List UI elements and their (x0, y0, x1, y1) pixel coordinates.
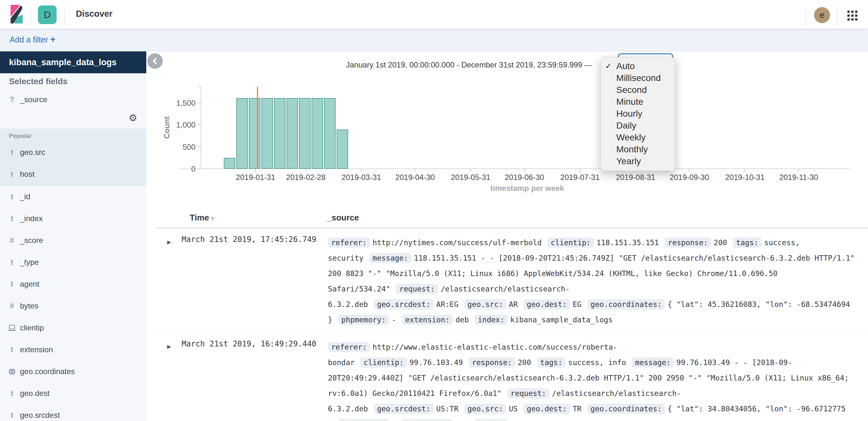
field-item-geo.dest[interactable]: tgeo.dest (0, 382, 146, 404)
kibana-logo-icon[interactable] (10, 5, 23, 25)
field-value: TR (572, 404, 582, 413)
field-value: US (509, 404, 518, 413)
x-tick-label: 2019-03-31 (334, 173, 389, 182)
popular-fields-section: Popular tgeo.srcthost (0, 129, 146, 186)
y-tick-mark (198, 102, 201, 103)
field-name-badge: clientip: (548, 237, 594, 248)
user-avatar[interactable]: e (814, 7, 830, 23)
field-item-_source[interactable]: ?_source (0, 90, 146, 109)
expand-row-icon[interactable]: ▸ (167, 238, 171, 246)
expand-row-icon[interactable]: ▸ (167, 343, 171, 350)
x-tick-mark (415, 169, 415, 172)
field-item-bytes[interactable]: #bytes (0, 295, 146, 317)
checkmark-icon: ✓ (605, 60, 612, 72)
field-item-geo.src[interactable]: tgeo.src (0, 141, 146, 163)
histogram-bar[interactable] (236, 98, 248, 169)
x-tick-label: 2019-11-30 (771, 173, 826, 182)
menu-item-auto[interactable]: ✓Auto (601, 60, 675, 72)
histogram-bar[interactable] (224, 158, 235, 169)
field-label: clientip (20, 323, 44, 332)
field-name-badge: message: (632, 357, 674, 368)
number-field-icon: # (6, 236, 18, 245)
histogram-bar[interactable] (337, 130, 348, 169)
menu-item-millisecond[interactable]: Millisecond (601, 72, 675, 84)
doc-table-header: Time▾ _source (157, 209, 868, 228)
field-name-badge: referer: (328, 237, 370, 248)
field-item-host[interactable]: thost (0, 163, 146, 185)
histogram-bar[interactable] (311, 98, 323, 169)
nav-divider (806, 8, 806, 26)
field-label: _source (20, 95, 47, 104)
histogram-bar[interactable] (324, 98, 336, 169)
y-axis-line (200, 86, 201, 169)
filter-bar: Add a filter + (0, 29, 868, 52)
field-label: _id (20, 192, 30, 201)
text-field-icon: t (6, 258, 18, 267)
menu-item-monthly[interactable]: Monthly (601, 143, 675, 155)
field-item-extension[interactable]: textension (0, 339, 146, 361)
field-name-badge: geo.srcdest: (374, 403, 434, 414)
field-name-badge: geo.coordinates: (587, 299, 665, 310)
menu-item-hourly[interactable]: Hourly (601, 108, 675, 120)
nav-divider (64, 8, 65, 26)
field-label: bytes (20, 301, 38, 311)
text-field-icon: t (6, 192, 18, 201)
field-value: success, info (568, 358, 626, 367)
y-axis-end-tick (198, 86, 201, 87)
menu-item-second[interactable]: Second (601, 84, 675, 96)
field-value: 200 (714, 238, 727, 247)
field-value: http://nytimes.com/success/ulf-merbold (373, 238, 542, 247)
field-item-clientip[interactable]: clientip (0, 317, 146, 339)
doc-source-cell: referer:http://nytimes.com/success/ulf-m… (328, 235, 858, 327)
field-item-_index[interactable]: t_index (0, 207, 146, 229)
x-tick-mark (580, 169, 580, 172)
menu-item-weekly[interactable]: Weekly (601, 131, 675, 143)
histogram-bar[interactable] (249, 98, 260, 169)
field-value: deb (456, 316, 469, 324)
field-value: US:TR (436, 404, 459, 413)
discover-app-icon[interactable]: D (38, 5, 57, 24)
column-header-time[interactable]: Time▾ (190, 213, 214, 223)
current-time-marker (257, 87, 258, 169)
histogram-bar[interactable] (261, 98, 273, 169)
field-value: 200 (518, 358, 531, 367)
field-item-_id[interactable]: t_id (0, 186, 146, 207)
field-item-geo.srcdest[interactable]: tgeo.srcdest (0, 404, 146, 421)
add-filter-button[interactable]: Add a filter + (10, 35, 55, 45)
page-title: Discover (76, 9, 113, 19)
field-item-geo.coordinates[interactable]: geo.coordinates (0, 361, 146, 382)
index-pattern-title[interactable]: kibana_sample_data_logs (0, 52, 146, 73)
field-item-_score[interactable]: #_score (0, 229, 146, 251)
gear-icon[interactable]: ⚙ (129, 113, 137, 123)
ip-field-icon (6, 324, 18, 332)
unknown-field-icon: ? (6, 95, 18, 104)
x-tick-mark (689, 169, 689, 172)
histogram-bar[interactable] (299, 98, 311, 169)
apps-menu-icon[interactable] (847, 10, 858, 21)
field-name-badge: geo.coordinates: (587, 403, 665, 414)
text-field-icon: t (6, 280, 18, 289)
field-name-badge: geo.src: (464, 299, 506, 310)
x-tick-label: 2019-09-30 (662, 173, 717, 182)
collapse-sidebar-button[interactable] (147, 53, 163, 69)
field-value: - (392, 316, 396, 324)
field-name-badge: clientip: (361, 357, 407, 368)
field-name-badge: response: (469, 357, 515, 368)
histogram-bar[interactable] (286, 98, 298, 169)
field-item-_type[interactable]: t_type (0, 251, 146, 273)
popular-fields-list: tgeo.srcthost (0, 141, 146, 185)
x-tick-label: 2019-05-31 (443, 173, 498, 182)
time-range-label: January 1st 2019, 00:00:00.000 - Decembe… (346, 60, 592, 69)
field-name-badge: geo.src: (464, 403, 506, 414)
field-item-agent[interactable]: tagent (0, 273, 146, 295)
menu-item-daily[interactable]: Daily (601, 120, 675, 131)
x-tick-mark (745, 169, 745, 172)
histogram-bar[interactable] (274, 98, 285, 169)
field-label: _index (20, 214, 43, 223)
field-name-badge: geo.dest: (524, 403, 570, 414)
x-tick-mark (524, 169, 525, 172)
menu-item-yearly[interactable]: Yearly (601, 155, 675, 167)
text-field-icon: t (6, 389, 18, 398)
x-tick-mark (361, 169, 362, 172)
menu-item-minute[interactable]: Minute (601, 96, 675, 108)
